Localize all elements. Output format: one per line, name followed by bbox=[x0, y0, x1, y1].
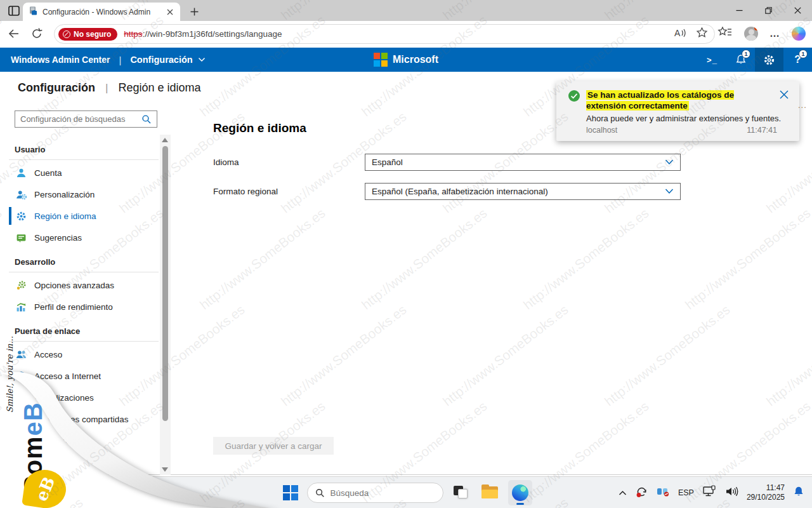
settings-gear-icon[interactable] bbox=[755, 48, 783, 72]
idioma-value: Español bbox=[372, 157, 403, 167]
taskbar-clock[interactable]: 11:47 29/10/2025 bbox=[747, 483, 785, 502]
sidebar-section-title: Desarrollo bbox=[9, 254, 159, 272]
notification-bell-icon[interactable] bbox=[793, 486, 804, 500]
breadcrumb-section[interactable]: Configuración bbox=[18, 81, 95, 95]
tray-sync-icon[interactable] bbox=[635, 485, 648, 501]
sidebar-item-personalización[interactable]: Personalización bbox=[9, 184, 159, 205]
sidebar-item-label: Región e idioma bbox=[34, 211, 96, 221]
screen: Configuración - Windows Admin No seguro bbox=[0, 0, 812, 508]
security-badge-label: No seguro bbox=[74, 30, 111, 39]
save-button[interactable]: Guardar y volver a cargar bbox=[213, 437, 334, 455]
start-button[interactable] bbox=[283, 485, 298, 500]
sidebar-item-label: Opciones avanzadas bbox=[34, 281, 114, 290]
settings-search-input[interactable] bbox=[15, 114, 141, 124]
search-icon bbox=[315, 488, 325, 498]
formato-regional-dropdown[interactable]: Español (España, alfabetización internac… bbox=[365, 183, 681, 200]
favorite-star-icon[interactable] bbox=[696, 27, 708, 41]
refresh-icon[interactable] bbox=[30, 27, 44, 41]
browser-menu-icon[interactable]: … bbox=[769, 28, 780, 39]
terminal-icon[interactable]: >_ bbox=[698, 48, 726, 72]
extensions-icon bbox=[16, 436, 27, 446]
tab-title: Configuración - Windows Admin bbox=[43, 8, 160, 17]
new-tab-button[interactable] bbox=[188, 5, 200, 18]
wac-menu-configuracion[interactable]: Configuración bbox=[130, 55, 205, 65]
sidebar-item-extensiones[interactable]: Extensiones bbox=[9, 430, 159, 451]
sidebar-scrollbar[interactable] bbox=[160, 135, 171, 475]
clock-time: 11:47 bbox=[747, 483, 785, 493]
not-secure-icon bbox=[63, 30, 70, 38]
security-badge[interactable]: No seguro bbox=[58, 28, 117, 41]
tab-close-icon[interactable] bbox=[165, 7, 175, 17]
success-check-icon bbox=[568, 90, 580, 105]
task-view-button[interactable] bbox=[452, 483, 471, 502]
settings-search-box[interactable] bbox=[15, 110, 157, 128]
back-icon[interactable] bbox=[8, 27, 22, 41]
toast-source: localhost bbox=[586, 126, 617, 135]
sidebar-item-opciones-avanzadas[interactable]: Opciones avanzadas bbox=[9, 274, 159, 296]
sidebar-item-label: Actualizaciones bbox=[34, 393, 94, 403]
sidebar-item-actualizaciones[interactable]: Actualizaciones bbox=[9, 387, 159, 408]
sidebar-item-acceso-a-internet[interactable]: Acceso a Internet bbox=[9, 365, 159, 387]
wac-brand[interactable]: Windows Admin Center bbox=[11, 55, 110, 65]
sidebar-item-label: Conexiones compartidas bbox=[34, 415, 129, 424]
sidebar-item-label: Cuenta bbox=[34, 168, 62, 178]
favorites-list-icon[interactable] bbox=[717, 26, 733, 41]
people-icon bbox=[16, 349, 27, 360]
tab-actions-menu-icon[interactable] bbox=[8, 4, 20, 17]
help-badge: 1 bbox=[799, 50, 808, 58]
window-close-button[interactable] bbox=[783, 0, 812, 21]
clock-date: 29/10/2025 bbox=[747, 493, 785, 502]
toast-title: Se han actualizado los catálogos de exte… bbox=[586, 90, 763, 111]
sidebar-item-label: Personalización bbox=[34, 190, 95, 199]
sidebar-item-perfil-de-rendimiento[interactable]: Perfil de rendimiento bbox=[9, 296, 159, 318]
browser-tab[interactable]: Configuración - Windows Admin bbox=[23, 3, 180, 21]
idioma-dropdown[interactable]: Español bbox=[365, 154, 681, 171]
url-text[interactable]: https://win-9bf3m1j36fd/settings/languag… bbox=[124, 29, 667, 39]
sidebar-item-conexiones-compartidas[interactable]: Conexiones compartidas bbox=[9, 408, 159, 430]
personalization-icon bbox=[16, 189, 27, 200]
file-explorer-button[interactable] bbox=[480, 483, 499, 502]
scroll-down-icon[interactable] bbox=[162, 467, 168, 472]
taskbar-search-box[interactable] bbox=[307, 483, 443, 503]
formato-value: Español (España, alfabetización internac… bbox=[372, 187, 548, 196]
field-label-idioma: Idioma bbox=[213, 157, 239, 167]
window-restore-button[interactable] bbox=[754, 0, 783, 21]
tray-chevron-up-icon[interactable] bbox=[619, 487, 627, 498]
chevron-down-icon bbox=[198, 57, 206, 62]
toast-close-icon[interactable] bbox=[779, 90, 790, 101]
sidebar-item-cuenta[interactable]: Cuenta bbox=[9, 162, 159, 184]
sidebar-item-región-e-idioma[interactable]: Región e idioma bbox=[9, 205, 159, 227]
scrollbar-thumb[interactable] bbox=[162, 146, 168, 421]
sidebar-item-label: Perfil de rendimiento bbox=[34, 302, 113, 312]
profile-avatar[interactable] bbox=[744, 27, 758, 41]
settings-sidebar: UsuarioCuentaPersonalizaciónRegión e idi… bbox=[9, 142, 159, 457]
wac-separator: | bbox=[119, 55, 121, 65]
url-rest: ://win-9bf3m1j36fd/settings/language bbox=[143, 29, 282, 39]
tray-app-icon[interactable] bbox=[657, 486, 670, 500]
sidebar-item-sugerencias[interactable]: Sugerencias bbox=[9, 227, 159, 248]
sidebar-section: Puerta de enlaceAccesoAcceso a InternetA… bbox=[9, 323, 159, 451]
url-scheme: https bbox=[124, 29, 142, 39]
sidebar-item-acceso[interactable]: Acceso bbox=[9, 344, 159, 365]
taskbar-search-input[interactable] bbox=[331, 488, 426, 498]
person-icon bbox=[16, 168, 27, 178]
edge-browser-button[interactable] bbox=[508, 480, 532, 505]
copilot-icon[interactable] bbox=[792, 27, 806, 41]
sidebar-item-label: Extensiones bbox=[34, 436, 81, 446]
network-icon[interactable] bbox=[702, 485, 717, 500]
advanced-options-icon bbox=[16, 280, 27, 291]
language-indicator[interactable]: ESP bbox=[678, 488, 694, 497]
browser-toolbar: No seguro https://win-9bf3m1j36fd/settin… bbox=[0, 21, 812, 48]
sidebar-section-title: Usuario bbox=[9, 142, 159, 160]
address-bar[interactable]: No seguro https://win-9bf3m1j36fd/settin… bbox=[54, 24, 715, 44]
suggestions-icon bbox=[16, 232, 27, 243]
volume-icon[interactable] bbox=[725, 486, 738, 500]
window-minimize-button[interactable] bbox=[724, 0, 754, 21]
notifications-bell-icon[interactable]: 1 bbox=[726, 48, 755, 72]
read-aloud-icon[interactable]: A bbox=[673, 27, 687, 41]
toast-time: 11:47:41 bbox=[747, 126, 777, 135]
scroll-up-icon[interactable] bbox=[162, 138, 168, 142]
help-icon[interactable]: ? 1 bbox=[783, 48, 812, 72]
windows-taskbar: ESP 11:47 29/10/2025 bbox=[0, 476, 812, 508]
browser-titlebar: Configuración - Windows Admin bbox=[0, 0, 812, 21]
